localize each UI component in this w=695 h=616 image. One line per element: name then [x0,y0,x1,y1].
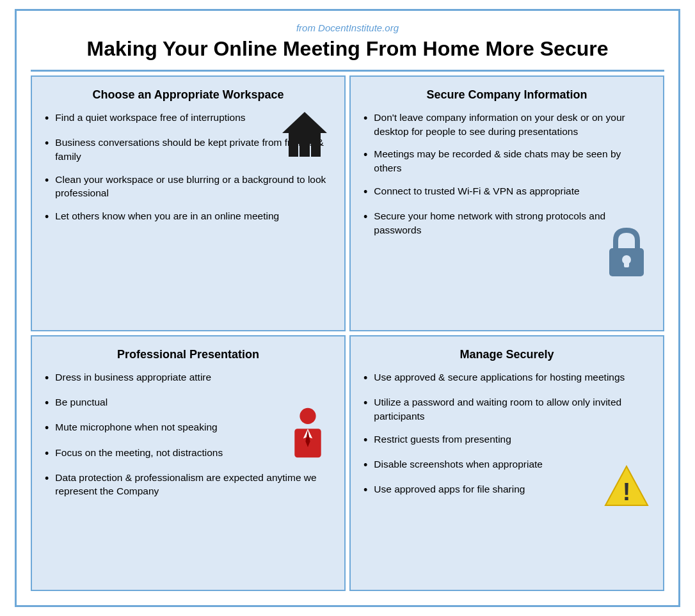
manage-bullet-2: Utilize a password and waiting room to a… [363,395,650,423]
svg-point-5 [300,408,316,424]
cell-company-info-title: Secure Company Information [363,88,650,102]
cell-manage: Manage Securely ! Use approved & secure … [349,335,664,591]
person-icon [285,407,330,464]
workspace-bullet-3: Clean your workspace or use blurring or … [45,173,332,200]
workspace-bullet-4: Let others know when you are in an onlin… [45,209,332,225]
source-line: from DocentInstitute.org [31,22,664,33]
cell-workspace-title: Choose an Appropriate Workspace [45,88,332,102]
svg-text:!: ! [623,478,631,505]
svg-rect-4 [624,260,629,267]
cell-manage-title: Manage Securely [363,348,650,361]
cell-presentation-title: Professional Presentation [45,348,332,361]
outer-container: from DocentInstitute.org Making Your Onl… [15,9,680,607]
cell-company-info: Secure Company Information Don't leave c… [349,75,664,331]
cell-presentation: Professional Presentation Dress in busin… [31,335,346,591]
presentation-bullet-5: Data protection & professionalism are ex… [45,471,332,498]
content-grid: Choose an Appropriate Workspace Find a q… [31,70,664,591]
svg-rect-1 [300,144,310,157]
main-title: Making Your Online Meeting From Home Mor… [31,37,664,61]
company-info-bullets: Don't leave company information on your … [363,111,650,237]
lock-icon [604,228,649,279]
manage-bullet-1: Use approved & secure applications for h… [363,370,650,386]
manage-bullet-3: Restrict guests from presenting [363,432,650,448]
house-icon [279,109,330,160]
company-info-bullet-1: Don't leave company information on your … [363,111,650,138]
warning-icon: ! [604,465,649,507]
cell-workspace: Choose an Appropriate Workspace Find a q… [31,75,346,331]
company-info-bullet-2: Meetings may be recorded & side chats ma… [363,147,650,175]
company-info-bullet-3: Connect to trusted Wi-Fi & VPN as approp… [363,184,650,200]
presentation-bullet-1: Dress in business appropriate attire [45,370,332,386]
